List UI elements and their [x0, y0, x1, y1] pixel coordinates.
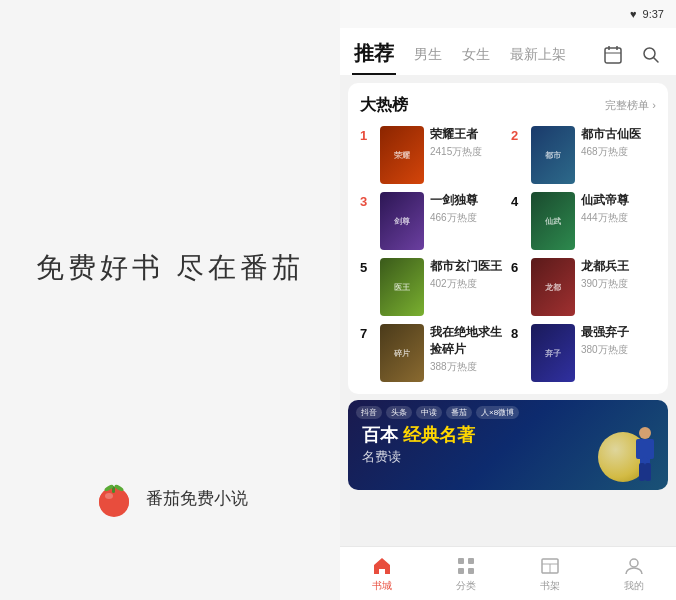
rank-4: 4	[511, 194, 525, 209]
cover-5: 医王	[380, 258, 424, 316]
book-info-5: 都市玄门医王 402万热度	[430, 258, 505, 291]
book-name-4: 仙武帝尊	[581, 192, 656, 209]
nav-category[interactable]: 分类	[424, 555, 508, 593]
bookshelf-icon	[539, 555, 561, 577]
book-item-6[interactable]: 6 龙都 龙都兵王 390万热度	[511, 258, 656, 316]
hot-card-title: 大热榜	[360, 95, 408, 116]
logo-text: 番茄免费小说	[146, 487, 248, 510]
book-item-7[interactable]: 7 碎片 我在绝地求生捡碎片 388万热度	[360, 324, 505, 382]
svg-rect-20	[458, 568, 464, 574]
banner-person-icon	[630, 425, 660, 490]
book-info-7: 我在绝地求生捡碎片 388万热度	[430, 324, 505, 374]
category-icon	[455, 555, 477, 577]
wifi-icon: ♥	[630, 8, 637, 20]
book-name-3: 一剑独尊	[430, 192, 505, 209]
book-item-2[interactable]: 2 都市 都市古仙医 468万热度	[511, 126, 656, 184]
svg-rect-18	[458, 558, 464, 564]
banner-main-text: 百本 经典名著	[362, 424, 475, 447]
svg-rect-15	[646, 439, 654, 459]
svg-rect-14	[636, 439, 644, 459]
banner-sub-text: 名费读	[362, 448, 475, 466]
nav-tabs: 推荐 男生 女生 最新上架	[340, 28, 676, 75]
logo-douyin: 抖音	[356, 406, 382, 419]
banner[interactable]: 抖音 头条 中读 番茄 人×8微博 百本 经典名著 名费读	[348, 400, 668, 490]
rank-7: 7	[360, 326, 374, 341]
tab-male[interactable]: 男生	[412, 40, 444, 70]
nav-profile[interactable]: 我的	[592, 555, 676, 593]
book-heat-4: 444万热度	[581, 211, 656, 225]
book-item-1[interactable]: 1 荣耀 荣耀王者 2415万热度	[360, 126, 505, 184]
book-name-8: 最强弃子	[581, 324, 656, 341]
time-display: 9:37	[643, 8, 664, 20]
bottom-nav: 书城 分类 书架 我的	[340, 546, 676, 600]
book-heat-3: 466万热度	[430, 211, 505, 225]
tomato-logo-icon	[92, 476, 136, 520]
svg-line-11	[654, 57, 659, 62]
hot-card: 大热榜 完整榜单 › 1 荣耀 荣耀王者 2415万热度 2 都市	[348, 83, 668, 394]
book-heat-5: 402万热度	[430, 277, 505, 291]
book-info-8: 最强弃子 380万热度	[581, 324, 656, 357]
book-name-5: 都市玄门医王	[430, 258, 505, 275]
left-panel: 免费好书 尽在番茄 番茄免费小说	[0, 0, 340, 600]
tab-female[interactable]: 女生	[460, 40, 492, 70]
status-bar: ♥ 9:37	[340, 0, 676, 28]
book-item-3[interactable]: 3 剑尊 一剑独尊 466万热度	[360, 192, 505, 250]
search-button[interactable]	[638, 42, 664, 68]
svg-point-12	[639, 427, 651, 439]
cover-1: 荣耀	[380, 126, 424, 184]
banner-logos: 抖音 头条 中读 番茄 人×8微博	[356, 406, 519, 419]
book-info-6: 龙都兵王 390万热度	[581, 258, 656, 291]
search-icon	[641, 45, 661, 65]
home-icon	[371, 555, 393, 577]
cover-6: 龙都	[531, 258, 575, 316]
logo-weibo: 人×8微博	[476, 406, 519, 419]
cover-4: 仙武	[531, 192, 575, 250]
nav-icon-group	[600, 42, 664, 68]
book-name-2: 都市古仙医	[581, 126, 656, 143]
tab-new[interactable]: 最新上架	[508, 40, 568, 70]
book-item-4[interactable]: 4 仙武 仙武帝尊 444万热度	[511, 192, 656, 250]
svg-point-2	[105, 493, 113, 499]
book-info-1: 荣耀王者 2415万热度	[430, 126, 505, 159]
nav-bookshelf[interactable]: 书架	[508, 555, 592, 593]
book-info-4: 仙武帝尊 444万热度	[581, 192, 656, 225]
cover-2: 都市	[531, 126, 575, 184]
book-item-5[interactable]: 5 医王 都市玄门医王 402万热度	[360, 258, 505, 316]
tagline: 免费好书 尽在番茄	[36, 246, 304, 291]
book-item-8[interactable]: 8 弃子 最强弃子 380万热度	[511, 324, 656, 382]
svg-rect-6	[605, 48, 621, 63]
book-heat-7: 388万热度	[430, 360, 505, 374]
rank-8: 8	[511, 326, 525, 341]
book-name-6: 龙都兵王	[581, 258, 656, 275]
nav-profile-label: 我的	[624, 579, 644, 593]
calendar-button[interactable]	[600, 42, 626, 68]
tab-recommend[interactable]: 推荐	[352, 34, 396, 75]
book-name-1: 荣耀王者	[430, 126, 505, 143]
profile-icon	[623, 555, 645, 577]
book-heat-1: 2415万热度	[430, 145, 505, 159]
book-heat-2: 468万热度	[581, 145, 656, 159]
right-panel: ♥ 9:37 推荐 男生 女生 最新上架	[340, 0, 676, 600]
banner-text: 百本 经典名著 名费读	[362, 424, 475, 465]
nav-category-label: 分类	[456, 579, 476, 593]
svg-rect-17	[645, 463, 651, 481]
rank-3: 3	[360, 194, 374, 209]
logo-toutiao: 头条	[386, 406, 412, 419]
rank-5: 5	[360, 260, 374, 275]
svg-rect-21	[468, 568, 474, 574]
rank-2: 2	[511, 128, 525, 143]
hot-card-more-link[interactable]: 完整榜单 ›	[605, 98, 656, 113]
rank-1: 1	[360, 128, 374, 143]
cover-8: 弃子	[531, 324, 575, 382]
nav-bookshelf-label: 书架	[540, 579, 560, 593]
hot-card-header: 大热榜 完整榜单 ›	[360, 95, 656, 116]
cover-3: 剑尊	[380, 192, 424, 250]
book-info-2: 都市古仙医 468万热度	[581, 126, 656, 159]
nav-bookstore[interactable]: 书城	[340, 555, 424, 593]
calendar-icon	[603, 45, 623, 65]
book-grid: 1 荣耀 荣耀王者 2415万热度 2 都市 都市古仙医 468万热度	[360, 126, 656, 382]
svg-rect-16	[639, 463, 645, 481]
content-area: 大热榜 完整榜单 › 1 荣耀 荣耀王者 2415万热度 2 都市	[340, 75, 676, 546]
book-heat-6: 390万热度	[581, 277, 656, 291]
svg-rect-19	[468, 558, 474, 564]
